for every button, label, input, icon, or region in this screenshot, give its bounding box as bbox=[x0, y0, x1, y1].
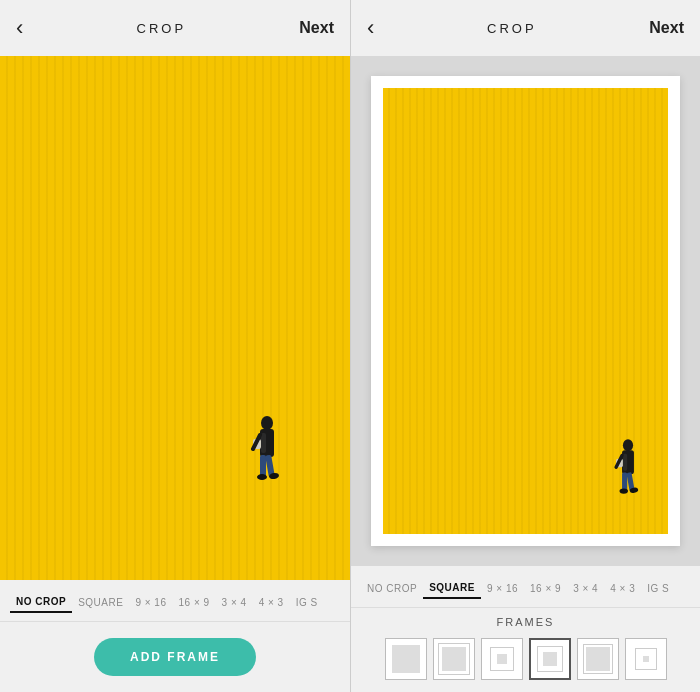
left-controls: NO CROP SQUARE 9 × 16 16 × 9 3 × 4 4 × 3… bbox=[0, 580, 350, 692]
frames-list bbox=[363, 638, 688, 680]
right-crop-options: NO CROP SQUARE 9 × 16 16 × 9 3 × 4 4 × 3… bbox=[351, 566, 700, 608]
right-panel: ‹ CROP Next bbox=[350, 0, 700, 692]
left-back-button[interactable]: ‹ bbox=[16, 17, 23, 39]
crop-option-square-left[interactable]: SQUARE bbox=[72, 593, 129, 612]
svg-point-9 bbox=[623, 439, 633, 451]
right-next-button[interactable]: Next bbox=[649, 19, 684, 37]
crop-option-16x9-left[interactable]: 16 × 9 bbox=[173, 593, 216, 612]
left-photo bbox=[0, 56, 350, 580]
add-frame-button[interactable]: ADD FRAME bbox=[94, 638, 256, 676]
frame-option-5[interactable] bbox=[625, 638, 667, 680]
svg-rect-11 bbox=[623, 453, 627, 470]
crop-option-4x3-left[interactable]: 4 × 3 bbox=[253, 593, 290, 612]
left-image-area bbox=[0, 56, 350, 580]
crop-option-no-crop-right[interactable]: NO CROP bbox=[361, 579, 423, 598]
frame-preview-2 bbox=[491, 648, 513, 670]
svg-rect-2 bbox=[261, 433, 266, 453]
yellow-wall-left bbox=[0, 56, 350, 580]
left-crop-options: NO CROP SQUARE 9 × 16 16 × 9 3 × 4 4 × 3… bbox=[0, 580, 350, 622]
crop-option-4x3-right[interactable]: 4 × 3 bbox=[604, 579, 641, 598]
crop-option-3x4-left[interactable]: 3 × 4 bbox=[216, 593, 253, 612]
crop-option-square-right[interactable]: SQUARE bbox=[423, 578, 481, 599]
svg-point-0 bbox=[261, 416, 273, 430]
frame-option-2[interactable] bbox=[481, 638, 523, 680]
frame-preview-0 bbox=[392, 645, 420, 673]
right-title: CROP bbox=[487, 21, 537, 36]
left-panel: ‹ CROP Next bbox=[0, 0, 350, 692]
crop-option-ig-right[interactable]: IG S bbox=[641, 579, 675, 598]
svg-rect-3 bbox=[260, 455, 266, 477]
crop-option-3x4-right[interactable]: 3 × 4 bbox=[567, 579, 604, 598]
frame-preview-4 bbox=[584, 645, 612, 673]
framed-photo bbox=[371, 76, 680, 546]
svg-point-5 bbox=[257, 474, 267, 480]
svg-point-14 bbox=[620, 488, 629, 493]
crop-option-16x9-right[interactable]: 16 × 9 bbox=[524, 579, 567, 598]
framed-inner bbox=[383, 88, 668, 534]
right-image-area bbox=[351, 56, 700, 566]
add-frame-section: ADD FRAME bbox=[0, 622, 350, 692]
crop-option-ig-left[interactable]: IG S bbox=[290, 593, 324, 612]
frame-preview-5 bbox=[636, 649, 656, 669]
frame-option-3[interactable] bbox=[529, 638, 571, 680]
frame-option-4[interactable] bbox=[577, 638, 619, 680]
crop-option-no-crop-left[interactable]: NO CROP bbox=[10, 592, 72, 613]
left-next-button[interactable]: Next bbox=[299, 19, 334, 37]
frames-section: FRAMES bbox=[351, 608, 700, 692]
frame-option-0[interactable] bbox=[385, 638, 427, 680]
right-controls: NO CROP SQUARE 9 × 16 16 × 9 3 × 4 4 × 3… bbox=[351, 566, 700, 692]
crop-option-9x16-left[interactable]: 9 × 16 bbox=[129, 593, 172, 612]
right-header: ‹ CROP Next bbox=[351, 0, 700, 56]
svg-rect-12 bbox=[622, 472, 627, 491]
frame-preview-3 bbox=[538, 647, 562, 671]
left-title: CROP bbox=[137, 21, 187, 36]
frame-preview-1 bbox=[439, 644, 469, 674]
right-back-button[interactable]: ‹ bbox=[367, 17, 374, 39]
person-figure-left bbox=[247, 411, 287, 491]
left-header: ‹ CROP Next bbox=[0, 0, 350, 56]
frame-option-1[interactable] bbox=[433, 638, 475, 680]
frames-label: FRAMES bbox=[363, 616, 688, 628]
crop-option-9x16-right[interactable]: 9 × 16 bbox=[481, 579, 524, 598]
person-figure-right bbox=[611, 435, 645, 503]
